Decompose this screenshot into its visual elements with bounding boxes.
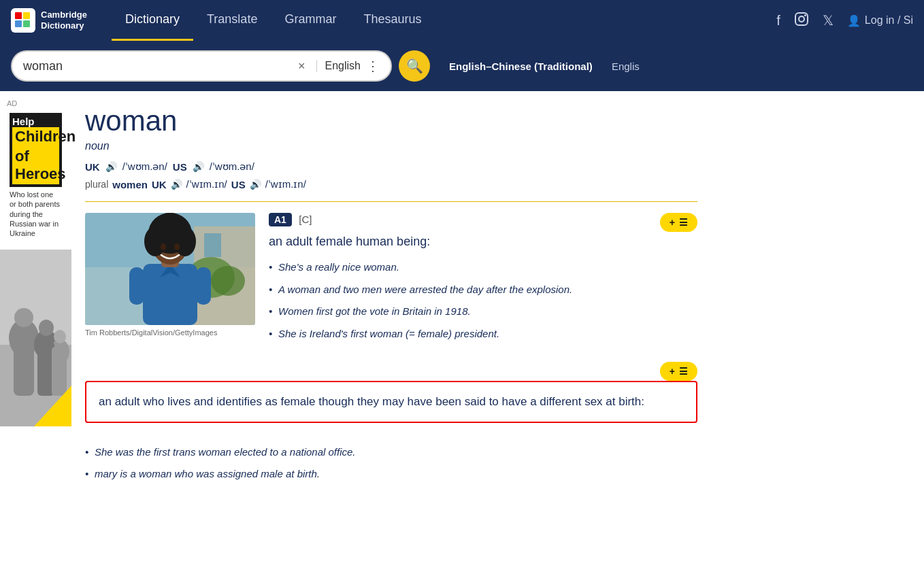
list-icon: ☰ (679, 217, 688, 228)
plural-uk-label: UK (152, 179, 167, 190)
login-button[interactable]: 👤 Log in / Si (847, 14, 913, 27)
svg-point-24 (211, 266, 245, 296)
plural-label: plural (85, 179, 108, 190)
logo-icon (11, 8, 35, 33)
svg-rect-22 (204, 233, 221, 257)
examples-section-2: She was the first trans woman elected to… (85, 445, 697, 482)
word-pos: noun (85, 140, 697, 152)
tab-english-chinese[interactable]: English–Chinese (Traditional) (444, 56, 598, 76)
example-1-2: A woman and two men were arrested the da… (269, 282, 660, 298)
search-button[interactable]: 🔍 (399, 50, 430, 82)
definition-2-section: + ☰ an adult who lives and identifies as… (85, 362, 697, 434)
svg-point-5 (799, 16, 804, 22)
nav-grammar[interactable]: Grammar (271, 0, 350, 41)
example-1-4: She is Ireland's first woman (= female) … (269, 326, 660, 342)
svg-rect-36 (129, 267, 144, 305)
ad-subtext: Who lost one or both parents during the … (10, 190, 62, 238)
svg-rect-3 (23, 20, 30, 27)
svg-point-14 (54, 330, 66, 343)
logo[interactable]: Cambridge Dictionary (11, 8, 106, 33)
language-selector[interactable]: English (316, 60, 361, 72)
dict-tabs: English–Chinese (Traditional) Englis (444, 56, 645, 76)
plural-uk-audio[interactable] (171, 179, 182, 190)
highlighted-definition: an adult who lives and identifies as fem… (85, 381, 697, 423)
svg-rect-0 (15, 12, 22, 19)
more-options-icon[interactable]: ⋮ (366, 58, 380, 74)
sidebar-image (0, 250, 71, 426)
plural-uk-pron: /ˈwɪm.ɪn/ (186, 178, 227, 190)
svg-rect-37 (196, 267, 211, 305)
definition-1-text: A1 [C] an adult female human being: She'… (269, 213, 660, 348)
search-input[interactable] (23, 59, 298, 73)
divider (85, 201, 697, 202)
plural-us-audio[interactable] (250, 179, 261, 190)
svg-point-12 (39, 320, 54, 336)
add-to-list-button-1[interactable]: + ☰ (660, 213, 697, 232)
ad-box[interactable]: Help Children of Heroes Who lost one or … (7, 110, 65, 241)
word-title: woman (85, 105, 697, 137)
definition-image-col: Tim Robberts/DigitalVision/GettyImages (85, 213, 255, 348)
list-icon-2: ☰ (679, 366, 688, 377)
definition-image (85, 213, 255, 325)
user-icon: 👤 (847, 14, 861, 27)
sidebar: AD Help Children of Heroes Who lost one … (0, 91, 71, 503)
svg-rect-25 (143, 264, 197, 325)
svg-point-35 (174, 243, 180, 250)
example-2-1: She was the first trans woman elected to… (85, 445, 697, 460)
clear-button[interactable]: × (298, 59, 306, 73)
svg-point-34 (161, 243, 166, 250)
example-list-2: She was the first trans woman elected to… (85, 445, 697, 482)
twitter-icon[interactable]: 𝕏 (823, 12, 834, 29)
image-caption: Tim Robberts/DigitalVision/GettyImages (85, 328, 255, 337)
us-label: US (173, 161, 187, 173)
us-audio-button[interactable] (193, 161, 204, 172)
plural-us-pron: /ˈwɪm.ɪn/ (265, 178, 306, 190)
svg-rect-17 (52, 347, 67, 396)
example-1-1: She's a really nice woman. (269, 260, 660, 275)
example-2-2: mary is a woman who was assigned male at… (85, 467, 697, 482)
example-1-3: Women first got the vote in Britain in 1… (269, 304, 660, 320)
logo-text: Cambridge Dictionary (41, 10, 87, 31)
navbar: Cambridge Dictionary Dictionary Translat… (0, 0, 924, 41)
nav-translate[interactable]: Translate (193, 0, 271, 41)
svg-point-33 (155, 213, 185, 237)
svg-rect-15 (14, 335, 34, 396)
plus-icon: + (670, 217, 675, 228)
plural-us-label: US (231, 179, 246, 190)
plus-icon-2: + (670, 366, 675, 377)
tab-english[interactable]: Englis (606, 56, 645, 76)
plural-word: women (112, 179, 148, 190)
svg-point-10 (14, 308, 33, 327)
us-pronunciation: /ˈwʊm.ən/ (210, 160, 254, 173)
uk-pronunciation: /ˈwʊm.ən/ (122, 160, 167, 173)
definition-1-text-main: an adult female human being: (269, 233, 660, 250)
ad-label: AD (7, 99, 65, 107)
plural-row: plural women UK /ˈwɪm.ɪn/ US /ˈwɪm.ɪn/ (85, 178, 697, 190)
nav-right: f 𝕏 👤 Log in / Si (776, 12, 913, 30)
countability: [C] (299, 214, 312, 225)
nav-dictionary[interactable]: Dictionary (112, 0, 193, 41)
definition-1-section: + ☰ (85, 213, 697, 362)
dict-content: woman noun UK /ˈwʊm.ən/ US /ˈwʊm.ən/ plu… (71, 91, 718, 503)
svg-rect-1 (23, 12, 30, 19)
svg-rect-2 (15, 20, 22, 27)
definition-1: Tim Robberts/DigitalVision/GettyImages A… (85, 213, 660, 348)
main-content: AD Help Children of Heroes Who lost one … (0, 91, 924, 503)
add-to-list-button-2[interactable]: + ☰ (660, 362, 697, 381)
nav-links: Dictionary Translate Grammar Thesaurus (112, 0, 771, 41)
facebook-icon[interactable]: f (776, 13, 780, 29)
example-list-1: She's a really nice woman. A woman and t… (269, 260, 660, 341)
search-bar-row: × English ⋮ 🔍 English–Chinese (Tradition… (0, 41, 924, 91)
search-container: × English ⋮ (11, 50, 392, 82)
svg-point-6 (804, 14, 806, 16)
ad-section: AD Help Children of Heroes Who lost one … (0, 91, 71, 250)
nav-thesaurus[interactable]: Thesaurus (350, 0, 435, 41)
pronunciation-uk: UK /ˈwʊm.ən/ US /ˈwʊm.ən/ (85, 160, 697, 173)
uk-label: UK (85, 161, 100, 173)
instagram-icon[interactable] (794, 12, 809, 30)
level-badge: A1 (269, 213, 292, 226)
uk-audio-button[interactable] (105, 161, 117, 172)
